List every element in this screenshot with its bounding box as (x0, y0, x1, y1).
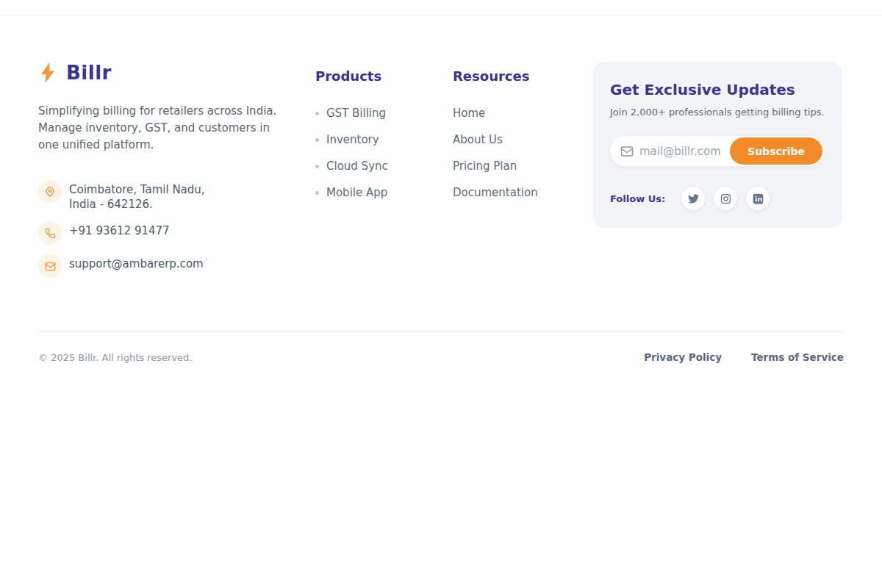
link-home[interactable]: Home (453, 107, 485, 120)
products-heading: Products (315, 68, 433, 84)
phone-number[interactable]: +91 93612 91477 (69, 221, 170, 238)
mail-icon (620, 145, 634, 158)
list-item: About Us (453, 132, 563, 147)
contact-email: support@ambarerp.com (38, 254, 297, 278)
brand-name: Billr (66, 62, 112, 84)
newsletter-title: Get Exclusive Updates (610, 81, 825, 98)
follow-us-label: Follow Us: (610, 193, 665, 204)
resources-heading: Resources (453, 68, 563, 84)
lightning-bolt-icon (38, 62, 57, 84)
instagram-icon (720, 193, 731, 204)
link-inventory[interactable]: Inventory (326, 133, 379, 146)
brand-logo: Billr (38, 62, 297, 84)
contact-address: Coimbatore, Tamil Nadu, India - 642126. (38, 180, 297, 212)
contact-phone: +91 93612 91477 (38, 221, 297, 245)
email-address[interactable]: support@ambarerp.com (69, 254, 204, 271)
link-mobile-app[interactable]: Mobile App (326, 186, 387, 199)
link-about-us[interactable]: About Us (453, 133, 503, 146)
newsletter-card: Get Exclusive Updates Join 2,000+ profes… (592, 62, 842, 228)
brand-column: Billr Simplifying billing for retailers … (38, 62, 297, 287)
list-item: Documentation (453, 185, 563, 200)
email-icon (38, 254, 62, 278)
bullet-dot (315, 138, 319, 142)
privacy-policy-link[interactable]: Privacy Policy (644, 351, 722, 363)
link-pricing-plan[interactable]: Pricing Plan (453, 159, 517, 173)
link-documentation[interactable]: Documentation (453, 186, 538, 199)
list-item: Pricing Plan (453, 159, 563, 173)
list-item: Home (453, 106, 563, 121)
twitter-button[interactable] (681, 187, 705, 210)
link-cloud-sync[interactable]: Cloud Sync (326, 159, 388, 173)
address-line-1: Coimbatore, Tamil Nadu, (69, 182, 205, 197)
email-input[interactable] (639, 145, 735, 158)
social-row: Follow Us: (610, 187, 825, 210)
linkedin-button[interactable] (746, 187, 770, 210)
newsletter-subtitle: Join 2,000+ professionals getting billin… (610, 107, 825, 118)
bullet-dot (315, 191, 319, 195)
address-line-2: India - 642126. (69, 197, 205, 212)
resources-column: Resources Home About Us Pricing Plan Doc… (453, 62, 563, 212)
instagram-button[interactable] (714, 187, 737, 210)
link-gst-billing[interactable]: GST Billing (326, 107, 386, 120)
linkedin-icon (753, 193, 764, 204)
list-item: Mobile App (315, 185, 433, 200)
list-item: Cloud Sync (315, 159, 433, 173)
brand-tagline: Simplifying billing for retailers across… (38, 103, 281, 154)
bullet-dot (315, 165, 319, 168)
copyright-text: © 2025 Billr. All rights reserved. (38, 352, 192, 363)
products-column: Products GST Billing Inventory Cloud Syn… (315, 62, 433, 212)
list-item: Inventory (315, 132, 433, 147)
footer-bottom-bar: © 2025 Billr. All rights reserved. Priva… (38, 331, 844, 382)
subscribe-form: Subscribe (610, 136, 825, 166)
list-item: GST Billing (315, 106, 433, 121)
contact-list: Coimbatore, Tamil Nadu, India - 642126. … (38, 180, 297, 278)
site-footer: Billr Simplifying billing for retailers … (0, 15, 882, 382)
terms-of-service-link[interactable]: Terms of Service (751, 351, 844, 363)
phone-icon (38, 221, 62, 245)
bullet-dot (315, 112, 319, 115)
subscribe-button[interactable]: Subscribe (730, 137, 822, 165)
location-pin-icon (38, 180, 62, 204)
twitter-icon (688, 193, 699, 204)
